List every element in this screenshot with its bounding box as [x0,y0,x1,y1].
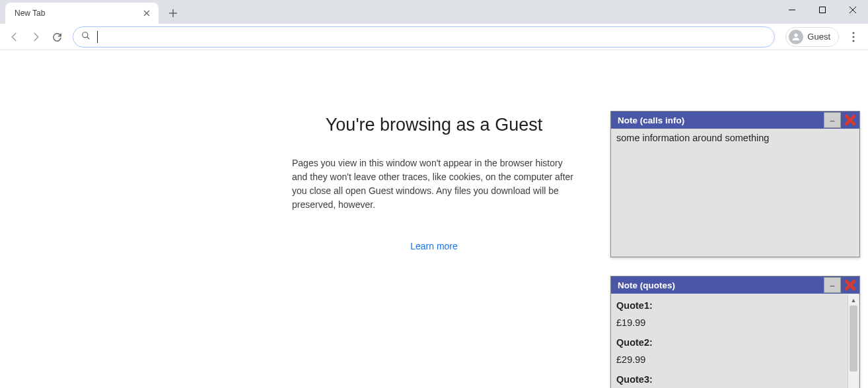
note-quotes: Note (quotes) – Quote1: £19.99 Quote2: £… [610,276,860,388]
svg-rect-0 [820,7,826,13]
quote-label: Quote2: [616,337,846,348]
guest-title: You're browsing as a Guest [292,115,576,135]
note-header[interactable]: Note (quotes) – [611,276,859,294]
note-minimize-button[interactable]: – [824,112,841,128]
note-close-button[interactable] [841,112,859,129]
learn-more-link[interactable]: Learn more [292,241,576,251]
tab-title: New Tab [15,9,141,18]
profile-chip[interactable]: Guest [785,27,839,47]
quote-value: £19.99 [616,317,846,328]
note-calls-info: Note (calls info) – some information aro… [610,111,860,257]
page-content: You're browsing as a Guest Pages you vie… [0,50,868,388]
note-minimize-button[interactable]: – [824,277,841,293]
svg-point-3 [852,32,854,34]
svg-point-2 [795,33,798,36]
svg-point-4 [852,36,854,38]
omnibox-input[interactable] [98,32,766,42]
scrollbar[interactable]: ▲ ▼ [848,294,859,388]
scroll-thumb[interactable] [850,306,857,372]
note-header[interactable]: Note (calls info) – [611,112,859,129]
quote-label: Quote1: [616,300,846,311]
address-bar[interactable] [73,26,775,48]
note-title: Note (quotes) [618,280,824,290]
guest-description: Pages you view in this window won't appe… [292,156,576,212]
quote-label: Quote3: [616,374,846,385]
window-controls [777,0,868,20]
note-title: Note (calls info) [618,115,824,125]
search-icon [81,31,90,43]
note-body[interactable]: some information around something [611,129,859,257]
reload-button[interactable] [48,28,66,46]
svg-point-1 [83,32,88,37]
new-tab-button[interactable] [164,4,182,22]
guest-info: You're browsing as a Guest Pages you vie… [292,115,576,251]
close-tab-icon[interactable] [141,8,152,18]
minimize-button[interactable] [777,0,807,20]
window-close-button[interactable] [838,0,868,20]
maximize-button[interactable] [807,0,838,20]
titlebar: New Tab [0,0,868,24]
toolbar: Guest [0,24,868,50]
back-button[interactable] [5,28,24,46]
scroll-up-icon[interactable]: ▲ [848,294,859,306]
quote-value: £29.99 [616,354,846,365]
svg-point-5 [852,40,854,42]
note-body[interactable]: Quote1: £19.99 Quote2: £29.99 Quote3: [611,294,859,388]
forward-button[interactable] [26,28,45,46]
browser-tab[interactable]: New Tab [5,3,159,24]
profile-label: Guest [807,32,830,42]
menu-button[interactable] [844,28,863,46]
avatar-icon [789,30,803,44]
note-close-button[interactable] [841,276,859,294]
